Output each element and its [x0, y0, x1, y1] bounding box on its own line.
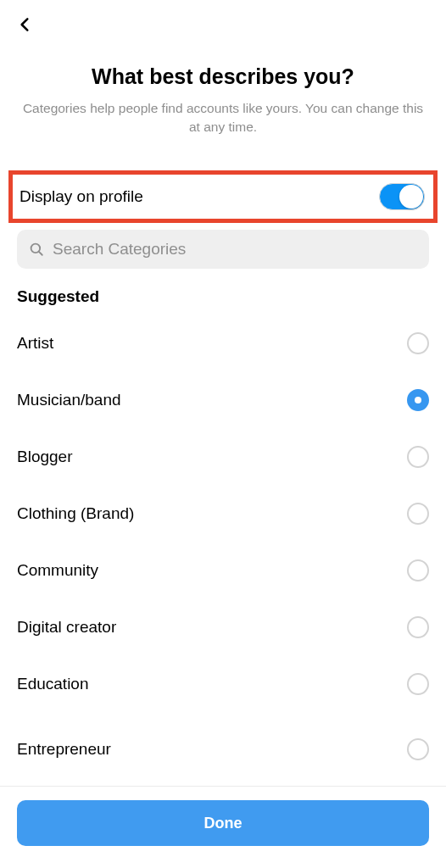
display-on-profile-highlight: Display on profile	[8, 170, 438, 223]
category-label: Musician/band	[17, 391, 121, 409]
chevron-left-icon	[16, 13, 33, 36]
search-input[interactable]	[53, 240, 417, 259]
radio-unselected-icon	[407, 446, 429, 468]
category-item-musician-band[interactable]: Musician/band	[0, 371, 446, 428]
category-list: Artist Musician/band Blogger Clothing (B…	[0, 314, 446, 786]
suggested-heading: Suggested	[0, 269, 446, 314]
toggle-knob	[399, 185, 423, 209]
radio-unselected-icon	[407, 559, 429, 581]
display-on-profile-label: Display on profile	[20, 187, 143, 206]
category-item-artist[interactable]: Artist	[0, 314, 446, 371]
search-box[interactable]	[17, 230, 429, 269]
radio-unselected-icon	[407, 616, 429, 638]
category-item-digital-creator[interactable]: Digital creator	[0, 598, 446, 655]
radio-selected-icon	[407, 389, 429, 411]
page-title: What best describes you?	[22, 63, 424, 91]
radio-unselected-icon	[407, 332, 429, 354]
category-item-entrepreneur[interactable]: Entrepreneur	[0, 712, 446, 769]
radio-unselected-icon	[407, 673, 429, 695]
display-on-profile-toggle[interactable]	[379, 183, 425, 210]
nav-bar	[0, 0, 446, 63]
page-subtitle: Categories help people find accounts lik…	[22, 99, 424, 137]
category-label: Blogger	[17, 448, 73, 466]
category-label: Artist	[17, 334, 53, 353]
footer: Done	[0, 786, 446, 868]
category-label: Education	[17, 675, 89, 693]
category-label: Entrepreneur	[17, 740, 111, 759]
search-icon	[29, 242, 44, 257]
category-item-blogger[interactable]: Blogger	[0, 428, 446, 485]
done-button[interactable]: Done	[17, 800, 429, 846]
category-label: Clothing (Brand)	[17, 504, 134, 523]
category-label: Community	[17, 561, 98, 580]
search-container	[0, 230, 446, 269]
back-button[interactable]	[12, 12, 37, 37]
svg-line-1	[39, 252, 42, 255]
category-label: Digital creator	[17, 618, 116, 637]
radio-unselected-icon	[407, 503, 429, 525]
category-item-community[interactable]: Community	[0, 542, 446, 598]
display-on-profile-row: Display on profile	[13, 175, 433, 219]
category-item-clothing-brand[interactable]: Clothing (Brand)	[0, 485, 446, 542]
radio-unselected-icon	[407, 738, 429, 760]
category-item-education[interactable]: Education	[0, 655, 446, 712]
header: What best describes you? Categories help…	[0, 63, 446, 160]
